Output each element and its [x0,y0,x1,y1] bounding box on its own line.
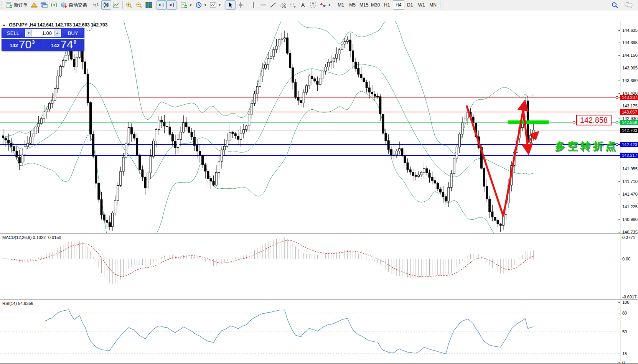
timeframe-button-m15[interactable]: M15 [358,0,370,10]
chat-button[interactable] [623,0,634,10]
timeframe-button-mn[interactable]: MN [427,0,439,10]
search-button[interactable] [610,0,620,10]
label-icon: T [310,2,317,8]
line-anchor-marker[interactable] [616,121,618,124]
macd-rsi-separator[interactable] [0,299,638,300]
timeframe-button-h4[interactable]: H4 [393,0,404,10]
timeframe-button-m30[interactable]: M30 [370,0,381,10]
candle-chart-button[interactable] [101,0,111,10]
line-anchor-marker[interactable] [573,121,575,124]
candle [336,47,338,63]
cursor-button[interactable] [226,0,236,10]
hline-button[interactable] [258,0,268,10]
timeframe-button-m5[interactable]: M5 [347,0,358,10]
candle [150,149,152,179]
trendline-button[interactable] [268,0,278,10]
text-button[interactable]: A [298,0,308,10]
candle [486,179,488,202]
candle [360,67,362,81]
price-pane[interactable] [0,21,620,233]
new-order-button[interactable]: 新订单 [4,0,29,10]
volume-field[interactable]: ▼ 1.00 ▲ [25,29,61,37]
label-button[interactable]: T [308,0,318,10]
bar-chart-button[interactable] [91,0,101,10]
volume-value[interactable]: 1.00 [33,30,53,36]
volume-decrease-button[interactable]: ▼ [26,30,32,36]
channel-button[interactable]: E [278,0,288,10]
price-macd-separator[interactable] [0,233,638,234]
price-tag-143.057: 143.057 [620,109,638,115]
candle [407,158,409,173]
line-anchor-marker[interactable] [616,96,618,99]
candle [453,156,455,176]
candle [346,36,348,44]
price-callout-label[interactable]: 142.858 [576,115,612,125]
timeframe-button-h1[interactable]: H1 [381,0,393,10]
buy-button[interactable]: BUY [63,29,83,37]
candle [92,131,94,158]
indicators-button[interactable]: ▼ [179,0,194,10]
wizard-button[interactable] [29,0,39,10]
collapse-arrow-icon[interactable]: ▲ [2,23,6,27]
vline-button[interactable] [248,0,258,10]
line-anchor-marker[interactable] [616,111,618,113]
tile-windows-button[interactable] [144,0,154,10]
candle [204,163,206,178]
template-button[interactable]: ▼ [208,0,223,10]
autotrade-button[interactable]: 自动交易 [59,0,89,10]
rsi-tick-dash [618,362,620,363]
dropdown-caret-icon[interactable]: ▼ [189,3,192,7]
candle [404,151,406,168]
autoscroll-button[interactable] [167,0,176,10]
zoom-out-button[interactable] [134,0,144,10]
price-tag-142.217: 142.217 [620,153,638,158]
volume-increase-button[interactable]: ▲ [54,30,60,36]
chart-area[interactable]: ▲ GBPJPY-,H4 142.641 142.703 142.603 142… [0,10,638,364]
candle [49,102,51,112]
timeframe-button-w1[interactable]: W1 [416,0,427,10]
periods-button[interactable]: ▼ [194,0,208,10]
fibo-button[interactable]: F [288,0,298,10]
price-tick-dash [618,181,620,182]
turning-point-annotation[interactable]: 多空转折点 [555,139,618,153]
sell-button[interactable]: SELL [3,29,23,37]
timeframe-button-m1[interactable]: M1 [335,0,347,10]
dropdown-caret-icon[interactable]: ▼ [204,3,207,7]
candle [57,70,59,93]
chart-shift-button[interactable] [157,0,167,10]
zoom-in-button[interactable] [124,0,134,10]
arrows-button[interactable]: ▼ [318,0,333,10]
candle [341,41,343,58]
support-zone-bar[interactable] [508,120,549,124]
sell-price-display[interactable]: 142 70 3 [2,39,43,50]
macd-pane[interactable] [0,234,620,299]
toolbar-separator [178,1,178,9]
candle [497,219,499,227]
text-icon: A [300,2,307,8]
candle [377,93,379,98]
candle [382,113,384,135]
candle [385,129,387,146]
candle [193,130,195,151]
candle [311,69,313,85]
candle [434,177,436,185]
dropdown-caret-icon[interactable]: ▼ [328,3,331,7]
signal-button[interactable] [49,0,59,10]
charts-window-button[interactable] [39,0,49,10]
dropdown-caret-icon[interactable]: ▼ [218,3,221,7]
rsi-pane[interactable] [0,300,620,363]
fibo-icon: F [290,2,297,8]
arrows-icon [320,2,326,8]
trend-zigzag-arrow[interactable] [467,103,524,216]
buy-price-display[interactable]: 142 74 0 [43,39,85,50]
toolbar-grip [2,1,3,9]
candle [234,132,236,139]
candle [246,125,247,132]
line-chart-button[interactable] [111,0,121,10]
line-anchor-marker[interactable] [616,143,618,146]
channel-icon: E [280,2,287,8]
template-icon [210,2,217,8]
timeframe-button-d1[interactable]: D1 [404,0,416,10]
crosshair-button[interactable] [236,0,246,10]
candle [445,194,447,205]
